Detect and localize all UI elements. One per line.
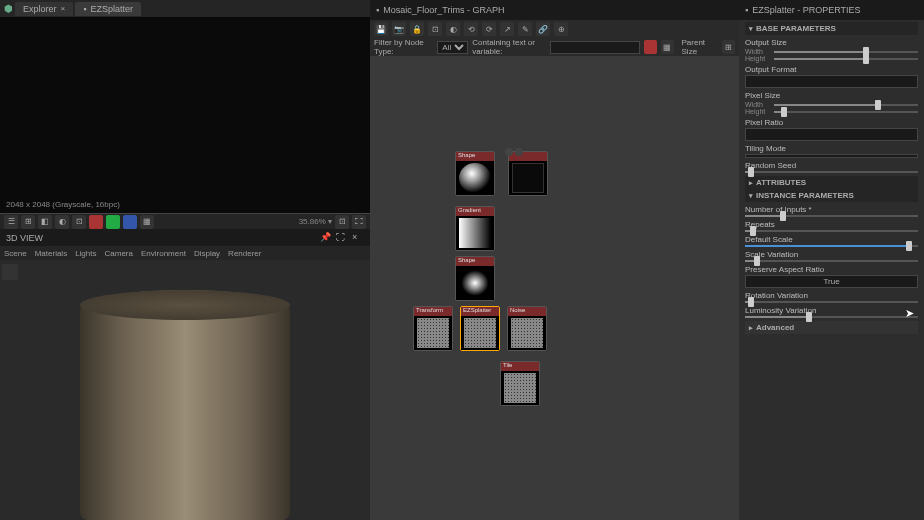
- menu-display[interactable]: Display: [194, 249, 220, 258]
- camera-icon[interactable]: 📷: [392, 22, 406, 36]
- filter-label: Filter by Node Type:: [374, 38, 434, 56]
- pixel-ratio-value[interactable]: [745, 128, 918, 141]
- pin-icon[interactable]: [505, 148, 513, 156]
- props-icon: ▪: [745, 5, 748, 15]
- menu-renderer[interactable]: Renderer: [228, 249, 261, 258]
- parent-size-btn[interactable]: ⊞: [722, 40, 735, 54]
- tool-icon[interactable]: ↗: [500, 22, 514, 36]
- menu-materials[interactable]: Materials: [35, 249, 67, 258]
- menu-lights[interactable]: Lights: [75, 249, 96, 258]
- prop-label: Pixel Ratio: [745, 118, 918, 127]
- properties-header: ▪ EZSplatter - PROPERTIES: [739, 0, 924, 20]
- tool-btn[interactable]: ☰: [4, 215, 18, 229]
- prop-label: Pixel Size: [745, 91, 918, 100]
- prop-label: Output Size: [745, 38, 918, 47]
- tab-label: Explorer: [23, 4, 57, 14]
- close-icon[interactable]: ×: [61, 4, 66, 13]
- node-transform[interactable]: Transform: [413, 306, 453, 351]
- node-thumb: [417, 318, 449, 348]
- tool-icon[interactable]: ⟲: [464, 22, 478, 36]
- repeats-slider[interactable]: [745, 230, 918, 232]
- app-icon: ⬢: [4, 3, 13, 14]
- tool-icon[interactable]: ▦: [661, 40, 674, 54]
- prop-label: Default Scale: [745, 235, 918, 244]
- prop-label: Repeats: [745, 220, 918, 229]
- menu-environment[interactable]: Environment: [141, 249, 186, 258]
- graph-header: ▪ Mosaic_Floor_Trims - GRAPH: [370, 0, 739, 20]
- save-icon[interactable]: 💾: [374, 22, 388, 36]
- prop-label: Tiling Mode: [745, 144, 918, 153]
- tool-btn[interactable]: ⛶: [352, 215, 366, 229]
- menu-scene[interactable]: Scene: [4, 249, 27, 258]
- preserve-aspect-value[interactable]: True: [745, 275, 918, 288]
- section-instance-params[interactable]: ▾ INSTANCE PARAMETERS: [745, 189, 918, 202]
- view3d-header: 3D VIEW 📌 ⛶ ×: [0, 229, 370, 246]
- pin-icon[interactable]: 📌: [320, 232, 332, 244]
- prop-label: Random Seed: [745, 161, 918, 170]
- menu-camera[interactable]: Camera: [105, 249, 133, 258]
- prop-sublabel: Height: [745, 55, 771, 62]
- section-label: ATTRIBUTES: [756, 178, 806, 187]
- random-seed-slider[interactable]: [745, 171, 918, 173]
- node-dark[interactable]: [508, 151, 548, 196]
- section-advanced[interactable]: ▸ Advanced: [745, 321, 918, 334]
- parent-size-label: Parent Size: [682, 38, 719, 56]
- section-base-params[interactable]: ▾ BASE PARAMETERS: [745, 22, 918, 35]
- section-attributes[interactable]: ▸ ATTRIBUTES: [745, 176, 918, 189]
- node-gradient[interactable]: Gradient: [455, 206, 495, 251]
- node-thumb: [464, 318, 496, 348]
- node-shape2[interactable]: Shape: [455, 256, 495, 301]
- close-icon[interactable]: ×: [352, 232, 364, 244]
- rotation-variation-slider[interactable]: [745, 301, 918, 303]
- tool-icon[interactable]: ✎: [518, 22, 532, 36]
- tool-btn[interactable]: ▦: [140, 215, 154, 229]
- default-scale-slider[interactable]: [745, 245, 918, 247]
- graph-filter-bar: Filter by Node Type: All Containing text…: [370, 38, 739, 56]
- tool-btn[interactable]: ⊞: [21, 215, 35, 229]
- node-shape[interactable]: Shape: [455, 151, 495, 196]
- chevron-right-icon: ▸: [749, 179, 753, 187]
- tool-icon[interactable]: ⊡: [428, 22, 442, 36]
- chevron-right-icon: ▸: [749, 324, 753, 332]
- zoom-level[interactable]: 35.86% ▾: [299, 217, 332, 226]
- tiling-mode-value[interactable]: [745, 154, 918, 158]
- tool-btn[interactable]: ◧: [38, 215, 52, 229]
- filter-text-input[interactable]: [550, 41, 640, 54]
- tool-icon[interactable]: ◐: [446, 22, 460, 36]
- tool-icon[interactable]: ⊕: [554, 22, 568, 36]
- tool-btn[interactable]: ⊡: [335, 215, 349, 229]
- luminosity-variation-slider[interactable]: [745, 316, 918, 318]
- channel-g-btn[interactable]: [106, 215, 120, 229]
- tab-explorer[interactable]: Explorer ×: [15, 2, 73, 16]
- num-inputs-slider[interactable]: [745, 215, 918, 217]
- node-noise[interactable]: Noise: [507, 306, 547, 351]
- node-ezsplatter[interactable]: EZSplatter: [460, 306, 500, 351]
- preview-2d[interactable]: 2048 x 2048 (Grayscale, 16bpc): [0, 17, 370, 214]
- node-tile[interactable]: Tile: [500, 361, 540, 406]
- pin-icon[interactable]: [515, 148, 523, 156]
- section-label: BASE PARAMETERS: [756, 24, 836, 33]
- prop-sublabel: Height: [745, 108, 771, 115]
- pixel-width-slider[interactable]: [774, 104, 918, 106]
- node-thumb: [459, 268, 491, 298]
- color-swatch[interactable]: [644, 40, 657, 54]
- tab-ezsplatter[interactable]: ▪ EZSplatter: [75, 2, 141, 16]
- link-icon[interactable]: 🔗: [536, 22, 550, 36]
- camera-icon[interactable]: [2, 264, 18, 280]
- tool-btn[interactable]: ⊡: [72, 215, 86, 229]
- width-slider[interactable]: [774, 51, 918, 53]
- channel-b-btn[interactable]: [123, 215, 137, 229]
- pixel-height-slider[interactable]: [774, 111, 918, 113]
- properties-body[interactable]: ▾ BASE PARAMETERS Output Size Width Heig…: [739, 20, 924, 520]
- filter-type-select[interactable]: All: [437, 41, 468, 54]
- channel-r-btn[interactable]: [89, 215, 103, 229]
- maximize-icon[interactable]: ⛶: [336, 232, 348, 244]
- tool-btn[interactable]: ◐: [55, 215, 69, 229]
- lock-icon[interactable]: 🔒: [410, 22, 424, 36]
- scale-variation-slider[interactable]: [745, 260, 918, 262]
- output-format-value[interactable]: [745, 75, 918, 88]
- contain-label: Containing text or variable:: [472, 38, 547, 56]
- height-slider[interactable]: [774, 58, 918, 60]
- tool-icon[interactable]: ⟳: [482, 22, 496, 36]
- view3d-viewport[interactable]: [0, 260, 370, 520]
